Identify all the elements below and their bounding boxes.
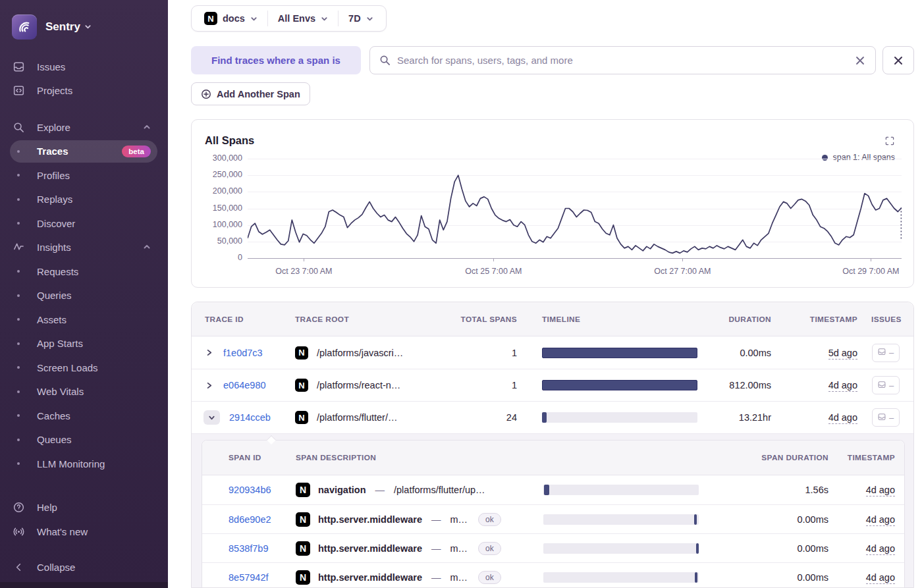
sidebar-item-label: Queries (37, 290, 168, 301)
span-timeline-cell (543, 572, 699, 583)
span-description-text: m… (450, 514, 468, 525)
duration-cell: 812.00ms (697, 380, 771, 390)
total-spans-cell: 1 (456, 348, 517, 358)
trace-root-text: /platforms/flutter/… (317, 412, 397, 423)
trace-id-link[interactable]: 2914cceb (229, 412, 271, 423)
issues-count: – (889, 413, 894, 423)
expand-row-button[interactable] (203, 381, 214, 390)
trace-id-link[interactable]: e064e980 (223, 380, 266, 390)
trace-table-header: TRACE IDTRACE ROOTTOTAL SPANSTIMELINEDUR… (192, 302, 913, 336)
timeline-cell (517, 380, 697, 390)
expand-chart-button[interactable] (884, 136, 895, 146)
span-description-cell: Nnavigation—/platforms/flutter/up… (296, 483, 543, 497)
add-another-span-button[interactable]: Add Another Span (191, 82, 310, 105)
timeline-bar (694, 514, 697, 525)
sidebar-item-issues[interactable]: Issues (0, 55, 168, 79)
remove-span-button[interactable] (882, 46, 914, 74)
span-duration-cell: 0.00ms (699, 543, 828, 554)
span-id-link[interactable]: 920934b6 (229, 485, 271, 495)
clear-search-icon[interactable] (854, 55, 866, 67)
projects-icon (0, 84, 37, 97)
span-row: 8e57942fNhttp.server.middleware—m…ok0.00… (202, 562, 904, 588)
search-icon (379, 55, 391, 66)
timestamp-value[interactable]: 4d ago (866, 543, 895, 555)
timeline-bar (695, 572, 697, 583)
sidebar-item-discover[interactable]: Discover (0, 211, 168, 236)
sidebar-item-traces[interactable]: Tracesbeta (0, 140, 168, 164)
chart-title: All Spans (205, 134, 254, 147)
sidebar-item-screen-loads[interactable]: Screen Loads (0, 356, 168, 380)
sidebar-item-label: App Starts (37, 338, 168, 349)
sidebar-item-projects[interactable]: Projects (0, 79, 168, 103)
timeline-track (542, 412, 697, 423)
issues-button[interactable]: – (872, 408, 900, 427)
sidebar-item-app-starts[interactable]: App Starts (0, 332, 168, 356)
span-id-link[interactable]: 8e57942f (229, 572, 268, 583)
timeline-cell (517, 412, 697, 423)
sidebar-item-web-vitals[interactable]: Web Vitals (0, 380, 168, 404)
timestamp-value[interactable]: 4d ago (866, 572, 895, 584)
issues-button[interactable]: – (872, 376, 900, 394)
trace-rows: f1e0d7c3N/platforms/javascri…10.00ms5d a… (192, 336, 913, 433)
expanded-trace-panel: SPAN IDSPAN DESCRIPTIONSPAN DURATIONTIME… (192, 433, 913, 588)
sidebar-item-replays[interactable]: Replays (0, 188, 168, 212)
span-description-cell: Nhttp.server.middleware—m…ok (296, 541, 543, 556)
sidebar-item-caches[interactable]: Caches (0, 404, 168, 428)
chevron-down-icon (321, 15, 328, 22)
timestamp-value[interactable]: 4d ago (828, 380, 857, 392)
date-range-selector[interactable]: 7D (338, 11, 383, 26)
column-header-trace-root: TRACE ROOT (295, 315, 456, 324)
help-icon (0, 501, 37, 514)
span-search-bar[interactable] (369, 46, 876, 74)
bullet-dot (0, 150, 37, 153)
span-description-text: /platforms/flutter/up… (394, 485, 485, 495)
timestamp-value[interactable]: 5d ago (828, 348, 857, 360)
status-badge: ok (478, 542, 501, 555)
column-header-timestamp: TIMESTAMP (771, 315, 857, 324)
span-id-link[interactable]: 8d6e90e2 (229, 514, 271, 525)
sidebar-item-queues[interactable]: Queues (0, 428, 168, 452)
collapse-row-button[interactable] (203, 410, 220, 425)
environment-selector[interactable]: All Envs (267, 11, 338, 26)
timestamp-value[interactable]: 4d ago (866, 485, 895, 496)
project-selector[interactable]: N docs (194, 11, 267, 26)
sidebar-item-label: Caches (37, 410, 168, 421)
x-axis-label: Oct 23 7:00 AM (275, 267, 332, 276)
org-switcher[interactable]: Sentry (12, 14, 92, 40)
trace-id-link[interactable]: f1e0d7c3 (223, 348, 263, 358)
timestamp-value[interactable]: 4d ago (866, 514, 895, 526)
sidebar-item-queries[interactable]: Queries (0, 284, 168, 308)
sidebar-item-what-s-new[interactable]: What's new (0, 520, 168, 544)
sidebar-item-explore[interactable]: Explore (0, 115, 168, 140)
span-condition-label: Find traces where a span is (191, 46, 361, 74)
separator: — (430, 514, 443, 525)
sidebar-item-profiles[interactable]: Profiles (0, 163, 168, 188)
sidebar-item-collapse[interactable]: Collapse (0, 556, 168, 580)
nav-spacer (0, 103, 168, 115)
bullet-dot (0, 414, 37, 417)
span-timeline-cell (543, 543, 699, 554)
span-id-cell: 8e57942f (202, 572, 296, 583)
sidebar-item-help[interactable]: Help (0, 496, 168, 520)
x-axis-label: Oct 27 7:00 AM (654, 267, 711, 276)
sidebar-item-requests[interactable]: Requests (0, 259, 168, 284)
sidebar-item-insights[interactable]: Insights (0, 236, 168, 260)
issues-icon (877, 347, 886, 358)
timestamp-value[interactable]: 4d ago (828, 412, 857, 424)
span-row: 8538f7b9Nhttp.server.middleware—m…ok0.00… (202, 533, 904, 562)
issues-cell: – (857, 344, 913, 362)
issues-button[interactable]: – (872, 344, 900, 362)
expand-row-button[interactable] (203, 348, 214, 357)
chevron-up-icon[interactable] (143, 122, 151, 133)
sidebar-item-label: Explore (37, 122, 143, 133)
timeline-bar (696, 543, 699, 554)
bullet-dot (0, 294, 37, 297)
sidebar-item-llm-monitoring[interactable]: LLM Monitoring (0, 452, 168, 476)
sidebar-item-assets[interactable]: Assets (0, 307, 168, 332)
sidebar: Sentry IssuesProjectsExploreTracesbetaPr… (0, 0, 168, 588)
bullet-dot (0, 390, 37, 393)
chevron-up-icon[interactable] (143, 242, 151, 253)
span-timestamp-cell: 4d ago (828, 485, 906, 495)
span-search-input[interactable] (397, 55, 848, 66)
span-id-link[interactable]: 8538f7b9 (229, 543, 268, 554)
